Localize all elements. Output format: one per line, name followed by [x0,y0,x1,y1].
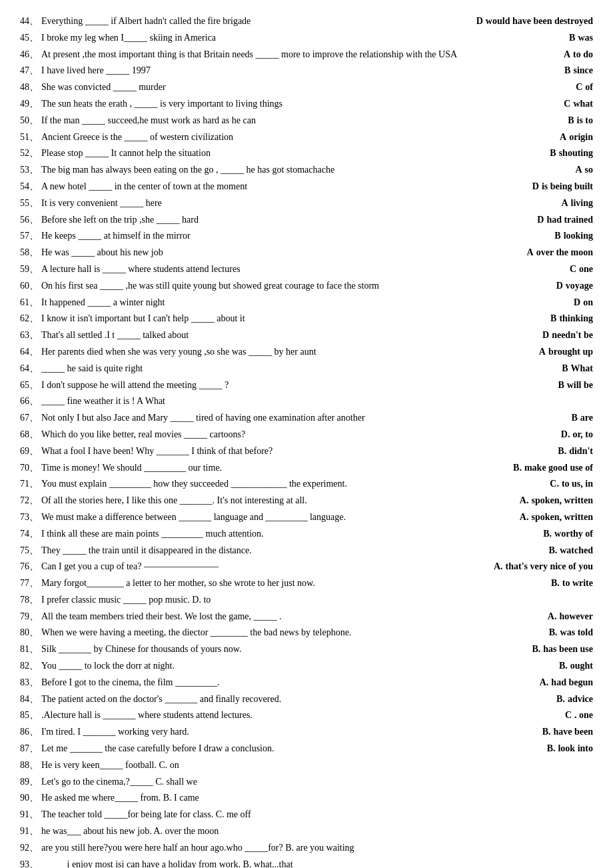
question-text: Which do you like better, real movies __… [41,427,549,443]
question-text: I don't suppose he will attend the meeti… [41,377,546,393]
answer-text: look into [558,741,593,757]
answer-text: that's very nice of you [506,559,593,575]
question-number: 67、 [20,410,41,426]
question-text: The patient acted on the doctor's ______… [41,691,544,707]
answer-text: since [573,63,593,79]
question-number: 66、 [20,393,41,409]
answer-text: will be [567,377,593,393]
question-number: 53、 [20,162,41,178]
question-number: 79、 [20,609,41,625]
question-line: 63、That's all settled .I t _____ talked … [20,327,593,343]
answer-text: origin [569,129,593,145]
question-line: 91、he was___ about his new job. A. over … [20,823,593,839]
question-number: 84、 [20,691,41,707]
question-number: 80、 [20,625,41,641]
question-text: I'm tired. I _______ working very hard. [41,724,530,740]
question-number: 51、 [20,129,41,145]
question-text: _____ fine weather it is ! A What [41,393,593,409]
question-number: 88、 [20,757,41,773]
question-number: 62、 [20,311,41,327]
question-number: 70、 [20,460,41,476]
answer-text: had begun [551,675,593,691]
question-text: Of all the stories here, I like this one… [41,493,508,509]
question-line: 64、_____ he said is quite rightBWhat [20,361,593,377]
question-text: I broke my leg when I_____ skiing in Ame… [41,30,557,46]
answer-letter: B [550,311,556,327]
question-text: .Alecture hall is _______ where students… [41,707,553,723]
question-number: 86、 [20,724,41,740]
question-line: 79、All the team members tried their best… [20,609,593,625]
question-text: That's all settled .I t _____ talked abo… [41,327,530,343]
answer-letter: B [569,30,575,46]
question-number: 91、 [20,823,41,839]
question-number: 83、 [20,675,41,691]
question-line: 59、A lecture hall is _____ where student… [20,261,593,277]
question-number: 57、 [20,228,41,244]
question-number: 52、 [20,145,41,161]
answer-text: what [573,96,593,112]
question-text: Please stop _____ It cannot help the sit… [41,145,538,161]
question-text: At present ,the most important thing is … [41,47,552,63]
answer-text: one [579,261,593,277]
question-number: 49、 [20,96,41,112]
answer-letter: C [565,707,572,723]
answer-letter: A [575,162,582,178]
question-text: When we were having a meeting, the diect… [41,625,537,641]
question-line: 45、I broke my leg when I_____ skiing in … [20,30,593,46]
question-text: Let's go to the cinema,?_____ C. shall w… [41,774,593,790]
answer-text: is to [577,113,594,129]
question-number: 48、 [20,79,41,95]
question-number: 78、 [20,592,41,608]
question-line: 74、I think all these are main points ___… [20,526,593,542]
answer-text: worthy of [554,526,593,542]
question-text: Ancient Greece is the _____ of western c… [41,129,548,145]
answer-text: What [571,361,593,377]
question-line: 90、He asked me where_____ from. B. I cam… [20,790,593,806]
question-text: Mary forgot________ a letter to her moth… [41,575,539,591]
question-line: 93、_____ i enjoy most isi can have a hol… [20,857,593,868]
answer-letter: D [537,212,544,228]
answer-letter: A [564,47,570,63]
question-text: he was___ about his new job. A. over the… [41,823,593,839]
question-text: Time is money! We should _________ our t… [41,460,501,476]
question-line: 77、Mary forgot________ a letter to her m… [20,575,593,591]
question-line: 58、He was _____ about his new jobAover t… [20,245,593,261]
question-line: 69、What a fool I have been! Why _______ … [20,443,593,459]
question-line: 49、The sun heats the erath , _____ is ve… [20,96,593,112]
question-number: 87、 [20,741,41,757]
question-text: We must make a difference between ______… [41,509,508,525]
question-line: 57、He keeps _____ at himself in the mirr… [20,228,593,244]
question-number: 54、 [20,179,41,195]
question-number: 89、 [20,774,41,790]
answer-letter: A. [548,609,557,625]
question-number: 45、 [20,30,41,46]
question-number: 76、 [20,559,41,575]
answer-letter: B. [551,575,560,591]
answer-letter: A [539,344,546,360]
answer-letter: B. [513,460,522,476]
question-line: 85、.Alecture hall is _______ where stude… [20,707,593,723]
question-line: 71、You must explain _________ how they s… [20,476,593,492]
question-text: All the team members tried their best. W… [41,609,536,625]
answer-text: or, to [572,427,593,443]
question-text: You must explain _________ how they succ… [41,476,538,492]
answer-text: needn't be [552,327,593,343]
question-line: 75、They _____ the train until it disappe… [20,543,593,559]
question-text: I have lived here _____ 1997 [41,63,552,79]
answer-text: has been use [543,641,593,657]
question-line: 66、_____ fine weather it is ! A What [20,393,593,409]
question-line: 53、The big man has always been eating on… [20,162,593,178]
question-number: 64、 [20,344,41,360]
question-text: He keeps _____ at himself in the mirror [41,228,542,244]
question-text: She was convicted _____ murder [41,79,564,95]
answer-text: was [578,30,593,46]
answer-text: . one [574,707,593,723]
answer-letter: C [564,96,570,112]
question-line: 48、She was convicted _____ murderCof [20,79,593,95]
answer-letter: B [550,145,556,161]
answer-letter: D [532,179,539,195]
answer-letter: D [556,278,563,294]
answer-text: spoken, written [531,509,593,525]
question-number: 72、 [20,493,41,509]
question-number: 93、 [20,857,41,868]
